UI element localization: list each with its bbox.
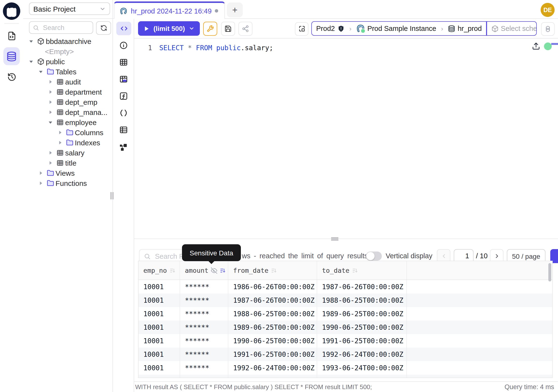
sort-icon[interactable]	[352, 267, 358, 273]
run-query-button[interactable]: (limit 500)	[138, 21, 200, 36]
share-button[interactable]	[238, 22, 253, 36]
table-cell[interactable]: 1992-06-24T00:00:00Z	[228, 361, 317, 375]
table-cell[interactable]: 10001	[139, 348, 180, 361]
table-cell[interactable]: 10001	[139, 294, 180, 307]
tree-item[interactable]: Tables	[23, 67, 112, 77]
caret-down-icon[interactable]	[29, 39, 37, 44]
table-row[interactable]: 10001******1986-06-26T00:00:00Z1987-06-2…	[139, 280, 552, 294]
upload-icon[interactable]	[532, 42, 540, 50]
table-cell[interactable]: 1988-06-25T00:00:00Z	[228, 307, 317, 321]
tab-hr-prod[interactable]: hr_prod 2024-11-22 16:49	[114, 1, 225, 19]
table-cell[interactable]: ******	[180, 334, 228, 348]
table-cell[interactable]: ******	[180, 307, 228, 321]
bytebase-logo-icon[interactable]	[3, 2, 20, 20]
tree-item[interactable]: dept_emp	[23, 97, 112, 107]
table-sensitive-button[interactable]	[118, 74, 128, 84]
table-row[interactable]: 10001******1987-06-26T00:00:00Z1988-06-2…	[139, 294, 552, 307]
table-cell[interactable]: 10001	[139, 307, 180, 321]
table-cell[interactable]: 1987-06-26T00:00:00Z	[228, 294, 317, 307]
table-cell[interactable]: ******	[180, 361, 228, 375]
user-avatar[interactable]: DE	[541, 3, 555, 17]
table-cell[interactable]: 1989-06-25T00:00:00Z	[228, 321, 317, 334]
table-cell[interactable]: 1988-06-25T00:00:00Z	[317, 294, 407, 307]
table-cell[interactable]: ******	[180, 280, 228, 294]
caret-right-icon[interactable]	[48, 100, 56, 104]
table-info-button[interactable]	[118, 57, 128, 67]
sort-icon[interactable]	[271, 267, 277, 273]
table-row[interactable]: 10001******1989-06-25T00:00:00Z1990-06-2…	[139, 321, 552, 334]
save-button[interactable]	[221, 22, 235, 36]
table-cell[interactable]: 10001	[139, 375, 180, 378]
table-cell[interactable]: 1989-06-25T00:00:00Z	[317, 307, 407, 321]
column-header-to_date[interactable]: to_date	[317, 261, 407, 279]
table-cell[interactable]: 1986-06-26T00:00:00Z	[228, 280, 317, 294]
breadcrumb-database[interactable]: hr_prod	[444, 22, 486, 35]
vertical-display-toggle[interactable]	[366, 252, 382, 261]
schema-diagram-button[interactable]	[118, 142, 128, 152]
tree-item[interactable]: salary	[23, 148, 112, 158]
functions-panel-button[interactable]	[118, 91, 128, 101]
tree-item[interactable]: dept_mana...	[23, 107, 112, 117]
sql-editor[interactable]: 1 SELECT * FROM public.salary;	[134, 39, 558, 238]
table-cell[interactable]: 1990-06-25T00:00:00Z	[317, 321, 407, 334]
external-tables-button[interactable]	[118, 125, 128, 135]
tree-item[interactable]: Indexes	[23, 138, 112, 148]
tree-item[interactable]: public	[23, 56, 112, 67]
caret-right-icon[interactable]	[48, 161, 56, 165]
caret-right-icon[interactable]	[48, 151, 56, 155]
schema-selector[interactable]: Select schema	[487, 22, 537, 35]
tree-item[interactable]: department	[23, 87, 112, 97]
caret-down-icon[interactable]	[48, 120, 56, 125]
table-cell[interactable]: ******	[180, 375, 228, 378]
caret-down-icon[interactable]	[39, 70, 47, 74]
tree-item[interactable]: Functions	[23, 178, 112, 188]
table-cell[interactable]: 1993-06-24T00:00:00Z	[228, 375, 317, 378]
caret-right-icon[interactable]	[48, 90, 56, 94]
caret-down-icon[interactable]	[29, 59, 37, 64]
column-header-amount[interactable]: amount	[180, 261, 228, 279]
code-view-toggle-button[interactable]	[116, 22, 131, 35]
refresh-button[interactable]	[96, 21, 111, 35]
history-nav-button[interactable]	[3, 69, 20, 85]
format-sql-button[interactable]	[203, 22, 217, 36]
table-cell[interactable]: 1994-06-24T00:00:00Z	[317, 375, 407, 378]
databases-nav-button[interactable]	[3, 47, 20, 65]
table-row[interactable]: 10001******1993-06-24T00:00:00Z1994-06-2…	[139, 375, 552, 378]
table-cell[interactable]: 1990-06-25T00:00:00Z	[228, 334, 317, 348]
table-cell[interactable]: ******	[180, 321, 228, 334]
table-cell[interactable]: 10001	[139, 334, 180, 348]
table-cell[interactable]: 1991-06-25T00:00:00Z	[317, 334, 407, 348]
tree-item[interactable]: bbdataarchive	[23, 36, 112, 46]
breadcrumb-instance[interactable]: Prod Sample Instance	[352, 22, 440, 35]
table-row[interactable]: 10001******1988-06-25T00:00:00Z1989-06-2…	[139, 307, 552, 321]
caret-right-icon[interactable]	[39, 181, 47, 185]
table-cell[interactable]: 1993-06-24T00:00:00Z	[317, 361, 407, 375]
table-cell[interactable]: 10001	[139, 280, 180, 294]
caret-right-icon[interactable]	[48, 80, 56, 84]
table-row[interactable]: 10001******1992-06-24T00:00:00Z1993-06-2…	[139, 361, 552, 375]
tree-item[interactable]: Columns	[23, 127, 112, 138]
caret-right-icon[interactable]	[39, 171, 47, 175]
column-header-emp_no[interactable]: emp_no	[139, 261, 180, 279]
caret-right-icon[interactable]	[48, 110, 56, 114]
caret-right-icon[interactable]	[58, 130, 66, 135]
caret-right-icon[interactable]	[58, 140, 66, 145]
table-vertical-scrollbar[interactable]	[548, 263, 551, 281]
project-selector[interactable]: Basic Project	[29, 2, 110, 15]
worksheets-nav-button[interactable]	[3, 27, 20, 44]
column-header-from_date[interactable]: from_date	[228, 261, 317, 279]
sidebar-search-input[interactable]	[42, 23, 87, 32]
tree-item[interactable]: audit	[23, 77, 112, 87]
tree-item[interactable]: Views	[23, 168, 112, 178]
table-cell[interactable]: 1991-06-25T00:00:00Z	[228, 348, 317, 361]
table-row[interactable]: 10001******1990-06-25T00:00:00Z1991-06-2…	[139, 334, 552, 348]
tree-item[interactable]: <Empty>	[23, 46, 112, 56]
ai-assistant-button[interactable]	[541, 22, 555, 35]
table-cell[interactable]: ******	[180, 348, 228, 361]
procedures-panel-button[interactable]	[118, 108, 128, 118]
batch-query-button[interactable]	[295, 22, 308, 35]
table-cell[interactable]: 1992-06-24T00:00:00Z	[317, 348, 407, 361]
table-row[interactable]: 10001******1991-06-25T00:00:00Z1992-06-2…	[139, 348, 552, 361]
sort-icon[interactable]	[169, 267, 176, 273]
info-panel-button[interactable]	[118, 40, 128, 50]
